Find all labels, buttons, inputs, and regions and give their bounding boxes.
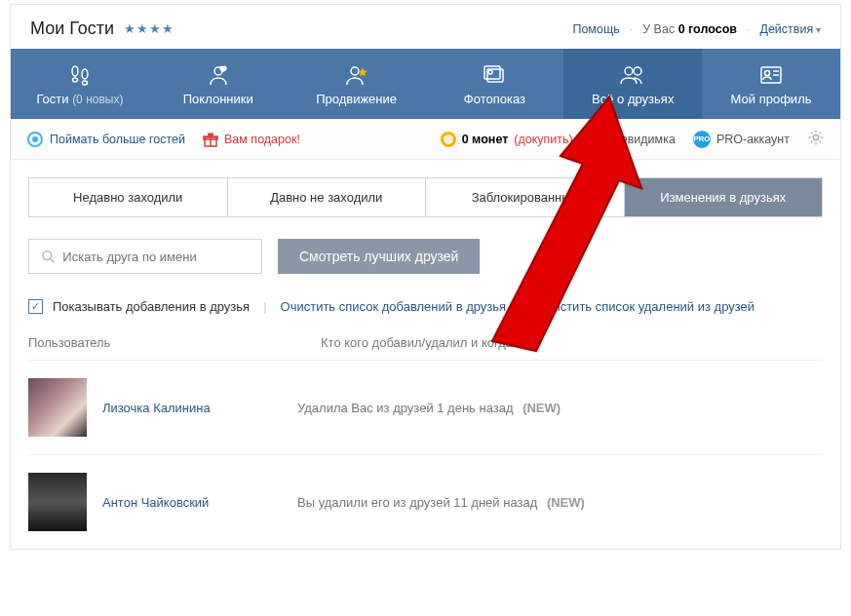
nav-guests[interactable]: Гости (0 новых): [11, 49, 149, 119]
catch-more-guests-link[interactable]: Поймать больше гостей: [26, 131, 185, 148]
column-header-event: Кто кого добавил/удалил и когда: [321, 335, 513, 350]
nav-guests-sub: (0 новых): [72, 93, 123, 106]
nav-photoshow-label: Фотопоказ: [464, 92, 525, 106]
nav-fans[interactable]: Поклонники: [149, 49, 288, 119]
event-description: Удалила Вас из друзей 1 день назад: [297, 401, 514, 415]
clear-additions-link[interactable]: Очистить список добавлений в друзья: [281, 299, 507, 314]
svg-point-8: [488, 70, 492, 74]
main-navbar: Гости (0 новых) Поклонники Продвижение Ф…: [11, 49, 840, 119]
pro-badge-icon: PRO: [693, 131, 711, 148]
nav-friends[interactable]: Всё о друзьях: [563, 49, 702, 119]
separator: ·: [630, 22, 633, 36]
friend-search-input[interactable]: [62, 250, 250, 264]
gift-label: Вам подарок!: [224, 133, 300, 146]
svg-point-5: [351, 67, 359, 75]
user-name-link[interactable]: Антон Чайковский: [102, 495, 282, 510]
rating-stars[interactable]: ★★★★: [124, 21, 174, 36]
svg-point-2: [82, 69, 88, 79]
svg-line-23: [51, 259, 55, 263]
header-bar: Мои Гости ★★★★ Помощь · У Вас 0 голосов …: [11, 5, 840, 49]
invisible-link[interactable]: Невидимка: [591, 132, 676, 147]
footprints-icon: [66, 62, 94, 88]
nav-guests-label: Гости: [36, 92, 68, 106]
tab-old[interactable]: Давно не заходили: [228, 178, 427, 216]
tab-changes[interactable]: Изменения в друзьях: [625, 178, 823, 216]
votes-prefix: У Вас: [642, 22, 677, 36]
new-badge: (NEW): [522, 401, 561, 415]
page-title: Мои Гости: [30, 19, 114, 39]
tab-blocked[interactable]: Заблокированные: [426, 178, 625, 216]
event-text: Вы удалили его из друзей 11 дней назад (…: [297, 495, 585, 510]
svg-point-10: [634, 67, 641, 75]
votes-status: У Вас 0 голосов: [642, 22, 737, 36]
svg-point-22: [43, 251, 52, 260]
nav-promo[interactable]: Продвижение: [288, 49, 426, 119]
clear-deletions-link[interactable]: Очистить список удалений из друзей: [537, 299, 755, 314]
svg-point-21: [813, 135, 818, 139]
friend-search-box[interactable]: [28, 239, 262, 274]
people-icon: [618, 62, 647, 88]
settings-button[interactable]: [807, 129, 825, 149]
pro-account-link[interactable]: PRO PRO-аккаунт: [693, 131, 790, 148]
pro-label: PRO-аккаунт: [716, 133, 790, 146]
event-description: Вы удалили его из друзей 11 дней назад: [297, 495, 537, 510]
target-icon: [26, 131, 44, 148]
person-star-icon: [344, 62, 369, 88]
photos-icon: [481, 62, 508, 88]
svg-point-3: [82, 81, 87, 85]
actions-dropdown[interactable]: Действия: [759, 22, 821, 36]
svg-point-20: [597, 137, 600, 141]
gear-icon: [807, 129, 825, 146]
svg-point-9: [625, 67, 633, 75]
show-additions-label: Показывать добавления в друзья: [53, 299, 250, 314]
column-header-user: Пользователь: [28, 335, 282, 350]
separator: ·: [747, 22, 750, 36]
separator: |: [263, 299, 266, 314]
separator: |: [520, 299, 522, 314]
best-friends-button[interactable]: Смотреть лучших друзей: [278, 239, 480, 274]
search-icon: [41, 249, 55, 264]
avatar[interactable]: [28, 378, 87, 437]
friends-tabs: Недавно заходили Давно не заходили Забло…: [28, 177, 823, 217]
profile-card-icon: [758, 62, 784, 88]
list-item: Антон Чайковский Вы удалили его из друзе…: [28, 454, 823, 549]
svg-point-16: [32, 136, 38, 142]
catch-more-label: Поймать больше гостей: [50, 133, 185, 146]
nav-friends-label: Всё о друзьях: [592, 92, 674, 106]
svg-point-1: [72, 78, 77, 82]
user-name-link[interactable]: Лизочка Калинина: [102, 401, 282, 415]
svg-point-0: [72, 66, 78, 76]
event-text: Удалила Вас из друзей 1 день назад (NEW): [297, 401, 561, 415]
help-link[interactable]: Помощь: [572, 22, 619, 36]
invisible-label: Невидимка: [612, 133, 676, 146]
votes-count: 0 голосов: [678, 22, 737, 36]
nav-promo-label: Продвижение: [316, 92, 397, 106]
svg-point-12: [765, 70, 770, 75]
invisible-icon: [591, 132, 606, 147]
nav-profile-label: Мой профиль: [731, 92, 812, 106]
nav-fans-label: Поклонники: [183, 92, 253, 106]
show-additions-checkbox[interactable]: ✓: [28, 299, 43, 314]
buy-more-link[interactable]: (докупить): [514, 133, 572, 146]
gift-link[interactable]: Вам подарок!: [203, 132, 300, 147]
heart-person-icon: [206, 62, 231, 88]
tab-recent[interactable]: Недавно заходили: [29, 178, 228, 216]
coin-icon: [441, 132, 456, 147]
list-item: Лизочка Калинина Удалила Вас из друзей 1…: [28, 360, 823, 454]
coins-status[interactable]: 0 монет (докупить): [441, 132, 573, 147]
utility-bar: Поймать больше гостей Вам подарок! 0 мон…: [11, 119, 840, 160]
nav-photoshow[interactable]: Фотопоказ: [425, 49, 563, 119]
coins-count: 0 монет: [462, 133, 509, 146]
nav-profile[interactable]: Мой профиль: [702, 49, 840, 119]
gift-icon: [203, 132, 218, 147]
new-badge: (NEW): [547, 495, 585, 510]
avatar[interactable]: [28, 473, 87, 531]
